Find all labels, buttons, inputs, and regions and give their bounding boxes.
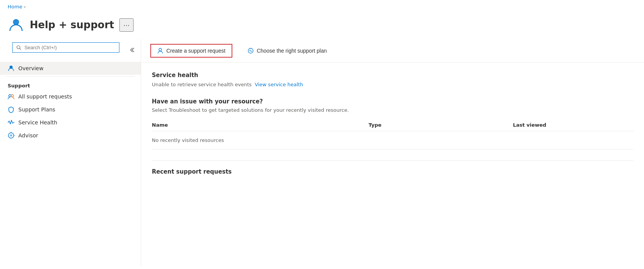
svg-point-1 (17, 45, 20, 48)
recent-requests-title: Recent support requests (152, 168, 633, 175)
sidebar: Overview Support All support requests Su… (0, 39, 141, 266)
actions-bar: Create a support request Choose the righ… (141, 39, 644, 63)
sidebar-item-overview-label: Overview (18, 65, 43, 71)
choose-plan-label: Choose the right support plan (257, 48, 327, 54)
sidebar-item-support-plans[interactable]: Support Plans (0, 103, 141, 116)
sidebar-item-advisor[interactable]: Advisor (0, 129, 141, 142)
collapse-sidebar-button[interactable] (129, 47, 135, 53)
search-input[interactable] (24, 45, 115, 50)
choose-plan-icon (248, 48, 254, 54)
sidebar-item-overview[interactable]: Overview (0, 62, 141, 75)
create-support-request-label: Create a support request (166, 48, 225, 54)
content-body: Service health Unable to retrieve servic… (141, 63, 644, 184)
sidebar-item-support-plans-label: Support Plans (18, 106, 55, 113)
overview-icon (8, 65, 14, 72)
svg-line-2 (19, 48, 21, 50)
resource-issue-desc: Select Troubleshoot to get targeted solu… (152, 107, 633, 113)
layout: Overview Support All support requests Su… (0, 39, 644, 266)
choose-plan-button[interactable]: Choose the right support plan (242, 45, 333, 57)
breadcrumb: Home › (0, 0, 644, 13)
create-request-icon (157, 48, 163, 54)
no-data-row: No recently visited resources (152, 131, 633, 150)
support-section-label: Support (0, 78, 141, 90)
svg-point-10 (159, 48, 162, 51)
col-header-name: Name (152, 119, 369, 131)
all-support-requests-icon (8, 93, 14, 100)
svg-point-5 (11, 95, 13, 97)
resource-table: Name Type Last viewed No recently visite… (152, 119, 633, 150)
search-box[interactable] (12, 42, 119, 53)
svg-point-4 (9, 95, 11, 97)
service-health-icon (8, 119, 14, 126)
col-header-type: Type (369, 119, 513, 131)
service-health-title: Service health (152, 72, 633, 79)
recent-requests-section: Recent support requests (152, 168, 633, 175)
sidebar-item-service-health[interactable]: Service Health (0, 116, 141, 129)
section-divider (152, 160, 633, 161)
search-icon (16, 45, 21, 50)
page-header: Help + support ··· (0, 13, 644, 39)
svg-point-0 (13, 19, 19, 25)
col-header-last-viewed: Last viewed (513, 119, 633, 131)
resource-issue-section: Have an issue with your resource? Select… (152, 98, 633, 150)
resource-issue-title: Have an issue with your resource? (152, 98, 633, 105)
breadcrumb-home[interactable]: Home (8, 4, 22, 10)
view-service-health-link[interactable]: View service health (255, 82, 303, 87)
sidebar-item-all-support-requests[interactable]: All support requests (0, 90, 141, 103)
sidebar-item-all-support-requests-label: All support requests (18, 93, 72, 100)
advisor-icon (8, 132, 14, 139)
page-icon (8, 16, 24, 33)
unable-text: Unable to retrieve service health events (152, 82, 252, 87)
no-data-text: No recently visited resources (152, 131, 633, 150)
service-health-info: Unable to retrieve service health events… (152, 82, 633, 87)
resource-table-header: Name Type Last viewed (152, 119, 633, 131)
more-options-button[interactable]: ··· (119, 18, 134, 32)
sidebar-divider (6, 76, 135, 77)
support-plans-icon (8, 106, 14, 113)
page-title: Help + support (30, 19, 114, 31)
sidebar-item-service-health-label: Service Health (18, 119, 57, 126)
service-health-section: Service health Unable to retrieve servic… (152, 72, 633, 87)
main-content: Create a support request Choose the righ… (141, 39, 644, 266)
create-support-request-button[interactable]: Create a support request (150, 44, 232, 58)
sidebar-item-advisor-label: Advisor (18, 132, 38, 139)
breadcrumb-separator: › (24, 4, 26, 10)
svg-point-7 (10, 134, 12, 137)
